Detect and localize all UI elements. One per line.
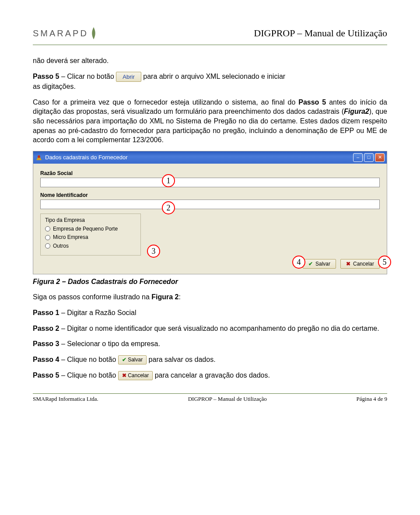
paragraph-step2: Passo 2 – Digitar o nome identificador q…: [33, 324, 387, 333]
text: Siga os passos conforme ilustrado na: [33, 293, 151, 301]
abrir-button[interactable]: Abrir: [116, 72, 141, 82]
radio-label: Outros: [53, 242, 69, 249]
app-icon: [35, 154, 42, 161]
check-icon: ✔: [308, 261, 313, 267]
minimize-button[interactable]: –: [353, 153, 363, 162]
cancelar-button[interactable]: ✖Cancelar: [340, 259, 380, 269]
paragraph: Siga os passos conforme ilustrado na Fig…: [33, 292, 387, 302]
dialog-screenshot: Dados cadastrais do Fornecedor – □ ✕ Raz…: [33, 151, 387, 274]
footer-right: Página 4 de 9: [357, 396, 387, 403]
paragraph: não deverá ser alterado.: [33, 56, 387, 66]
window-title: Dados cadastrais do Fornecedor: [45, 154, 128, 161]
text: Caso for a primeira vez que o fornecedor…: [33, 98, 298, 106]
paragraph-step1: Passo 1 – Digitar a Razão Social: [33, 308, 387, 318]
dialog-buttons: 4 ✔Salvar ✖Cancelar 5: [40, 259, 380, 269]
figure-caption: Figura 2 – Dados Cadastrais do Fornecedo…: [33, 277, 387, 287]
radio-epp[interactable]: Empresa de Pequeno Porte: [45, 225, 136, 232]
button-label: Salvar: [315, 261, 330, 267]
step-label: Passo 1: [33, 309, 59, 316]
step-label: Passo 2: [33, 325, 59, 332]
text: – Clique no botão: [59, 371, 118, 379]
leaf-icon: [88, 26, 99, 40]
text: para cancelar a gravação dos dados.: [153, 371, 270, 379]
radio-icon: [45, 243, 50, 249]
step-label: Passo 5: [33, 371, 59, 379]
text: – Clique no botão: [59, 356, 118, 363]
callout-3: 3: [147, 245, 160, 258]
razao-social-input[interactable]: [40, 178, 380, 187]
text: para salvar os dados.: [147, 356, 215, 363]
callout-5: 5: [378, 256, 391, 269]
text: – Selecionar o tipo da empresa.: [59, 340, 160, 347]
text: – Digitar o nome identificador que será …: [59, 325, 379, 332]
x-icon: ✖: [122, 372, 126, 378]
window-titlebar: Dados cadastrais do Fornecedor – □ ✕: [33, 151, 387, 164]
text: as digitações.: [33, 83, 76, 90]
page-header: SMARAPD DIGPROP – Manual de Utilização: [33, 26, 387, 45]
body-content: não deverá ser alterado. Passo 5 – Clica…: [33, 56, 387, 380]
salvar-button[interactable]: ✔Salvar: [303, 259, 336, 269]
paragraph: Caso for a primeira vez que o fornecedor…: [33, 98, 387, 145]
page-footer: SMARapd Informatica Ltda. DIGPROP – Manu…: [33, 393, 387, 403]
step-ref: Passo 5: [298, 98, 326, 106]
button-label: Salvar: [128, 357, 143, 363]
footer-left: SMARapd Informatica Ltda.: [33, 396, 98, 403]
window-controls: – □ ✕: [353, 153, 385, 162]
footer-center: DIGPROP – Manual de Utilização: [188, 396, 267, 403]
radio-icon: [45, 226, 50, 231]
text: – Digitar a Razão Social: [59, 309, 136, 316]
cancelar-button-inline[interactable]: ✖ Cancelar: [118, 371, 153, 380]
salvar-button-inline[interactable]: ✔ Salvar: [118, 355, 147, 364]
nome-identificador-input[interactable]: [40, 200, 380, 209]
dialog-body: Razão Social 1 Nome Identificador 2 Tipo…: [33, 164, 387, 274]
document-title: DIGPROP – Manual de Utilização: [254, 28, 387, 39]
radio-label: Micro Empresa: [53, 234, 88, 241]
radio-me[interactable]: Micro Empresa: [45, 234, 136, 241]
radio-icon: [45, 235, 50, 240]
tipo-empresa-group: Tipo da Empresa Empresa de Pequeno Porte…: [40, 214, 141, 256]
step-label: Passo 4: [33, 356, 59, 363]
radio-label: Empresa de Pequeno Porte: [53, 225, 118, 232]
paragraph-step3: Passo 3 – Selecionar o tipo da empresa.: [33, 339, 387, 349]
x-icon: ✖: [346, 261, 350, 267]
text: :: [179, 293, 181, 301]
maximize-button[interactable]: □: [364, 153, 374, 162]
text: – Clicar no botão: [59, 73, 116, 80]
callout-1: 1: [162, 174, 175, 187]
paragraph-step5: Passo 5 – Clique no botão ✖ Cancelar par…: [33, 371, 387, 380]
logo-text: SMARAPD: [33, 28, 88, 39]
close-button[interactable]: ✕: [375, 153, 385, 162]
group-title: Tipo da Empresa: [45, 217, 136, 224]
step-label: Passo 5: [33, 73, 59, 80]
logo: SMARAPD: [33, 26, 100, 40]
step-label: Passo 3: [33, 340, 59, 347]
paragraph-step4: Passo 4 – Clique no botão ✔ Salvar para …: [33, 355, 387, 364]
svg-point-0: [38, 155, 40, 158]
figure-ref: Figura 2: [151, 293, 178, 301]
check-icon: ✔: [122, 357, 126, 363]
callout-2: 2: [162, 201, 175, 214]
nome-identificador-label: Nome Identificador: [40, 192, 380, 199]
figure-ref: Figura2: [344, 108, 369, 115]
button-label: Cancelar: [353, 261, 374, 267]
text: para abrir o arquivo XML selecionado e i…: [143, 73, 285, 80]
razao-social-label: Razão Social: [40, 170, 380, 177]
button-label: Cancelar: [128, 372, 149, 378]
paragraph-passo5: Passo 5 – Clicar no botão Abrir para abr…: [33, 72, 387, 91]
radio-outros[interactable]: Outros: [45, 242, 136, 249]
callout-4: 4: [292, 256, 305, 269]
